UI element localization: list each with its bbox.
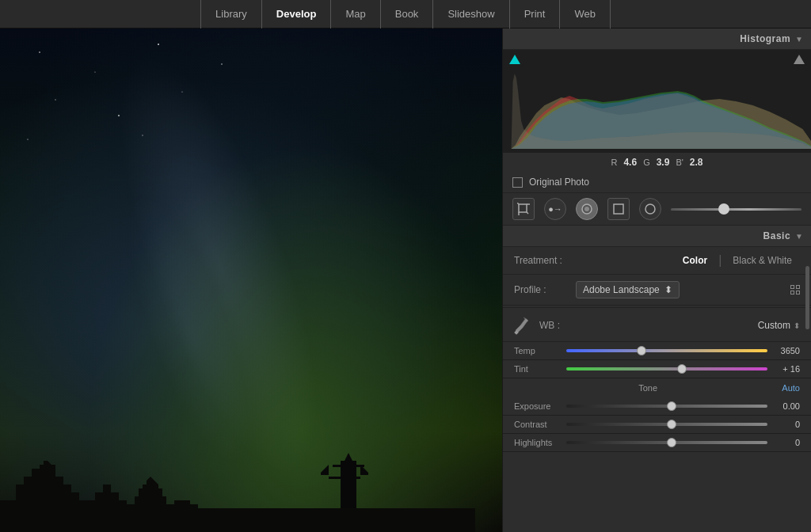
wb-value: Custom ⬍ [758,320,800,331]
treatment-options: Color | Black & White [675,253,800,268]
stars-overlay [0,28,238,147]
tint-label: Tint [514,364,562,374]
wb-dropdown-arrows[interactable]: ⬍ [794,321,800,330]
tint-thumb[interactable] [677,364,687,374]
treatment-color-btn[interactable]: Color [675,253,715,268]
histogram-header: Histogram ▼ [503,28,811,50]
svg-point-15 [27,139,28,139]
svg-point-0 [39,51,40,53]
profile-dropdown[interactable]: Adobe Landscape ⬍ [576,281,680,298]
histogram-collapse-icon[interactable]: ▼ [795,35,803,44]
svg-point-17 [142,135,143,135]
contrast-track [566,423,767,426]
treatment-row: Treatment : Color | Black & White [503,247,811,275]
wb-label: WB : [539,320,560,331]
main-layout: Histogram ▼ [0,28,811,532]
wb-dropper-icon[interactable] [514,316,530,335]
b-value: 2.8 [690,157,703,168]
exposure-value: 0.00 [772,401,800,411]
highlight-clip-indicator-right[interactable] [794,55,805,64]
photo-image [0,28,502,532]
highlights-value: 0 [772,438,800,447]
svg-rect-58 [519,204,527,212]
photo-canvas [0,28,502,532]
nav-library[interactable]: Library [200,0,262,28]
rgb-values-row: R 4.6 G 3.9 B' 2.8 [503,153,811,172]
svg-rect-65 [614,204,623,214]
linear-grad-tool[interactable] [607,198,630,220]
exposure-track [566,405,767,408]
exposure-thumb[interactable] [667,401,676,411]
highlight-clip-indicator-left[interactable] [509,55,520,64]
radial-filter-tool[interactable] [576,198,598,220]
svg-point-64 [584,207,589,211]
svg-point-9 [118,115,120,116]
profile-value: Adobe Landscape [583,284,660,295]
profile-label: Profile : [514,284,569,295]
nav-print[interactable]: Print [510,0,561,28]
tint-slider-row: Tint + 16 [503,360,811,378]
tint-track [566,367,767,370]
original-photo-row: Original Photo [503,172,811,193]
nav-slideshow[interactable]: Slideshow [433,0,509,28]
scroll-bar[interactable] [805,266,809,329]
svg-point-8 [55,99,55,100]
r-value: 4.6 [623,157,637,168]
svg-line-59 [517,203,519,204]
highlights-thumb[interactable] [667,438,676,447]
histogram-title: Histogram [511,33,790,44]
highlights-label: Highlights [514,438,562,447]
tint-value: + 16 [772,364,800,374]
photo-panel [0,28,502,532]
profile-row: Profile : Adobe Landscape ⬍ [503,275,811,306]
temp-slider-row: Temp 3650 [503,342,811,360]
contrast-label: Contrast [514,420,562,429]
zoom-slider-container [671,208,801,211]
top-navigation: Library Develop Map Book Slideshow Print… [0,0,811,28]
basic-title: Basic [511,230,790,241]
histogram-graph [503,50,811,153]
highlights-track [566,441,767,444]
temp-track [566,349,767,352]
svg-line-60 [527,212,528,214]
treatment-label: Treatment : [514,255,569,266]
crop-tool[interactable] [512,198,535,220]
right-panel: Histogram ▼ [502,28,811,532]
contrast-thumb[interactable] [667,420,676,429]
zoom-slider[interactable] [671,208,801,211]
basic-collapse-icon[interactable]: ▼ [795,232,803,241]
wb-row: WB : Custom ⬍ [503,310,811,342]
g-value: 3.9 [657,157,670,168]
original-photo-checkbox[interactable] [512,177,523,188]
basic-header: Basic ▼ [503,226,811,247]
tone-label: Tone [514,383,782,393]
nav-map[interactable]: Map [331,0,380,28]
tone-header: Tone Auto [503,378,811,397]
exposure-slider-row: Exposure 0.00 [503,397,811,416]
basic-section: Basic ▼ Treatment : Color | Black & Whit… [503,226,811,532]
svg-point-1 [94,71,95,72]
profile-grid-icon[interactable] [790,285,800,294]
exposure-label: Exposure [514,401,562,411]
nav-book[interactable]: Book [381,0,434,28]
histogram-section: Histogram ▼ [503,28,811,172]
adjustment-brush-tool[interactable] [639,198,661,220]
b-label: B' [676,158,683,167]
treatment-bw-btn[interactable]: Black & White [725,253,800,268]
g-label: G [643,158,650,167]
svg-point-10 [181,91,182,92]
temp-value: 3650 [772,346,800,355]
nav-web[interactable]: Web [560,0,611,28]
profile-arrows-icon: ⬍ [664,284,672,295]
svg-point-2 [158,44,159,45]
heal-tool[interactable]: ●→ [544,198,566,220]
silhouette-svg [0,437,475,532]
original-photo-label: Original Photo [529,177,589,188]
histogram-canvas [503,50,811,153]
temp-thumb[interactable] [637,346,646,355]
nav-develop[interactable]: Develop [262,0,332,28]
tone-auto-btn[interactable]: Auto [782,383,800,393]
contrast-slider-row: Contrast 0 [503,416,811,434]
tools-row: ●→ [503,193,811,226]
svg-point-3 [221,63,222,64]
